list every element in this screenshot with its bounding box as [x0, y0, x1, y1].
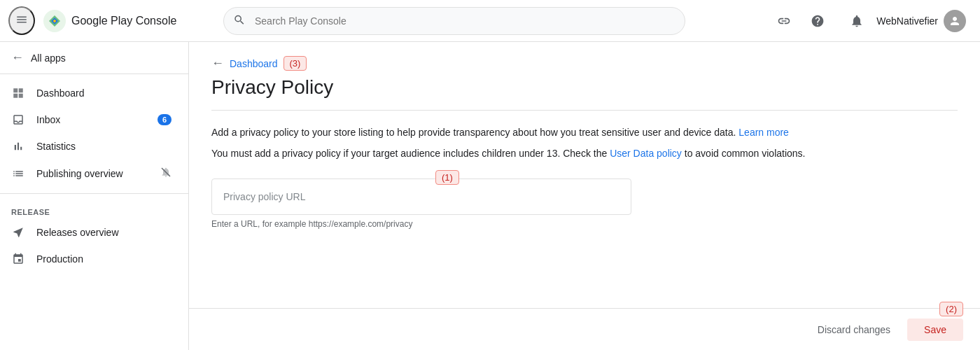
notification-icon	[843, 7, 871, 35]
app-name-text: Google Play Console	[71, 15, 176, 27]
url-hint: Enter a URL, for example https://example…	[211, 219, 958, 229]
url-input-wrap: (1) Enter a URL, for example https://exa…	[211, 178, 958, 229]
sidebar-divider	[0, 193, 188, 194]
sidebar-item-releases-overview[interactable]: Releases overview	[0, 219, 183, 246]
url-input[interactable]	[211, 178, 631, 215]
breadcrumb-badge: (3)	[284, 56, 307, 71]
url-input-badge: (1)	[435, 170, 459, 185]
main-layout: ← All apps Dashboard Inbox 6 S	[0, 42, 980, 350]
user-data-policy-link[interactable]: User Data policy	[610, 148, 682, 159]
content-divider	[211, 110, 958, 111]
publishing-icon	[11, 167, 25, 180]
releases-icon	[11, 226, 25, 239]
description-text-1: Add a privacy policy to your store listi…	[211, 125, 958, 140]
sidebar-item-inbox[interactable]: Inbox 6	[0, 106, 183, 133]
all-apps-label: All apps	[31, 52, 66, 64]
content-inner: ← Dashboard (3) Privacy Policy Add a pri…	[189, 42, 980, 308]
description-text-2: You must add a privacy policy if your ta…	[211, 146, 958, 161]
sidebar-releases-label: Releases overview	[36, 227, 172, 238]
breadcrumb-link[interactable]: Dashboard	[230, 58, 278, 69]
back-arrow-icon: ←	[11, 50, 24, 65]
page-title: Privacy Policy	[211, 76, 958, 99]
sidebar-statistics-label: Statistics	[36, 141, 172, 152]
topbar-actions: WebNativefier	[770, 4, 972, 38]
bottom-bar: (2) Discard changes Save	[189, 308, 980, 350]
sidebar-production-label: Production	[36, 253, 172, 265]
sidebar-item-dashboard[interactable]: Dashboard	[0, 80, 183, 106]
link-icon-button[interactable]	[770, 7, 798, 35]
sidebar-item-publishing-overview[interactable]: Publishing overview	[0, 160, 183, 188]
search-icon	[233, 13, 246, 28]
inbox-icon	[11, 113, 25, 126]
username-label: WebNativefier	[876, 15, 938, 27]
sidebar-inbox-label: Inbox	[36, 114, 146, 125]
bell-off-icon	[160, 167, 172, 181]
production-icon	[11, 253, 25, 265]
save-button[interactable]: Save	[907, 318, 963, 341]
sidebar-nav: Dashboard Inbox 6 Statistics Publishing	[0, 74, 188, 278]
hamburger-button[interactable]	[8, 6, 35, 35]
content-area: ← Dashboard (3) Privacy Policy Add a pri…	[189, 42, 980, 350]
discard-button[interactable]: Discard changes	[809, 318, 899, 341]
search-bar	[223, 7, 685, 35]
bar-chart-icon	[11, 140, 25, 153]
search-input[interactable]	[223, 7, 685, 35]
all-apps-button[interactable]: ← All apps	[0, 42, 188, 74]
inbox-badge: 6	[158, 114, 172, 125]
sidebar-item-statistics[interactable]: Statistics	[0, 133, 183, 160]
sidebar-dashboard-label: Dashboard	[36, 88, 172, 99]
user-menu[interactable]: WebNativefier	[837, 4, 972, 38]
breadcrumb: ← Dashboard (3)	[211, 56, 958, 71]
bottom-badge: (2)	[939, 302, 963, 316]
sidebar-item-production[interactable]: Production	[0, 246, 183, 272]
learn-more-link[interactable]: Learn more	[738, 127, 789, 138]
avatar	[944, 10, 966, 32]
sidebar: ← All apps Dashboard Inbox 6 S	[0, 42, 189, 350]
sidebar-publishing-label: Publishing overview	[36, 168, 149, 179]
help-icon-button[interactable]	[804, 7, 832, 35]
breadcrumb-back-arrow: ←	[211, 56, 224, 71]
app-logo[interactable]: Google Play Console	[43, 10, 176, 32]
grid-icon	[11, 87, 25, 99]
release-section-label: Release	[0, 200, 188, 219]
topbar: Google Play Console WebNativefier	[0, 0, 980, 42]
